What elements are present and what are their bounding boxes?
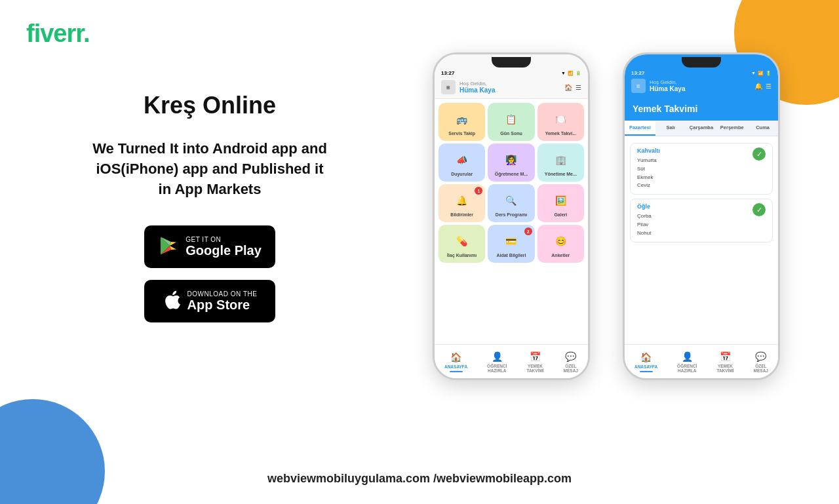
phone-mockup-2: 13:27 ▼📶🔋 ≡ Hoş Geldin, Hüma Kaya 🔔☰ Yem… (623, 52, 780, 380)
yonetime-icon: 🏢 (551, 151, 570, 169)
phone2-header-icons: 🔔☰ (754, 83, 771, 90)
tab-cuma[interactable]: Cuma (747, 121, 778, 136)
duyurular-icon: 📣 (453, 151, 471, 169)
grid-item-galeri[interactable]: 🖼️ Galeri (537, 184, 584, 222)
phone1-name: Hüma Kaya (459, 87, 495, 94)
tab-carsamba[interactable]: Çarşamba (686, 121, 717, 136)
phone1-app-grid: 🚌 Servis Takip 📋 Gün Sonu 🍽️ Yemek Takvi… (435, 99, 588, 267)
footer-url: webviewmobiluygulama.com /webviewmobilea… (267, 472, 572, 486)
calendar-icon-2: 📅 (720, 351, 732, 362)
google-play-icon (158, 235, 179, 259)
logo-text: fiverr. (26, 20, 90, 47)
tab-sali[interactable]: Salı (655, 121, 686, 136)
home-icon-2: 🏠 (640, 351, 652, 363)
ogle-items: ÇorbaPilavNohut (637, 212, 652, 237)
app-store-main-text: App Store (187, 298, 258, 312)
phone2-time: 13:27 (631, 70, 644, 76)
nav-ogrenci-1[interactable]: 👤 ÖĞRENCİHAZIRLA (487, 351, 507, 373)
galeri-icon: 🖼️ (551, 191, 570, 210)
ilac-icon: 💊 (453, 232, 471, 250)
grid-item-yonetime[interactable]: 🏢 Yönetime Me... (537, 144, 584, 182)
phone1-bottom-nav: 🏠 ANASAYFA 👤 ÖĞRENCİHAZIRLA 📅 YEMEKTAKVİ… (435, 344, 588, 378)
phone1-status-icons: ▼📶🔋 (561, 71, 581, 76)
nav-yemek-2[interactable]: 📅 YEMEKTAKVİMİ (716, 351, 733, 373)
meals-container: Kahvaltı YumurtaSütEkmekCeviz ✓ Öğle Çor… (625, 136, 778, 249)
kahvalti-title: Kahvaltı (637, 147, 660, 154)
day-tabs: Pazartesi Salı Çarşamba Perşembe Cuma (625, 121, 778, 136)
decorative-circle-blue (0, 399, 105, 504)
grid-item-bildirimler[interactable]: 1 🔔 Bildirimler (439, 184, 485, 222)
kahvalti-check: ✓ (752, 147, 766, 161)
student-icon-1: 👤 (491, 351, 503, 362)
ogle-title: Öğle (637, 203, 652, 210)
nav-anasayfa-2[interactable]: 🏠 ANASAYFA (634, 351, 657, 372)
nav-yemek-1[interactable]: 📅 YEMEKTAKVİMİ (526, 351, 543, 373)
home-icon-1: 🏠 (450, 351, 462, 363)
student-icon-2: 👤 (681, 351, 693, 362)
phone1-header: ≡ Hoş Geldin, Hüma Kaya 🏠☰ (435, 76, 588, 99)
grid-item-gun-sonu[interactable]: 📋 Gün Sonu (488, 103, 534, 141)
grid-item-ogretmene[interactable]: 👩‍🏫 Öğretmene M... (488, 144, 534, 182)
meal-ogle: Öğle ÇorbaPilavNohut ✓ (630, 199, 773, 242)
google-play-top-text: GET IT ON (185, 236, 262, 243)
grid-item-yemek[interactable]: 🍽️ Yemek Takvi... (537, 103, 584, 141)
ders-icon: 🔍 (502, 191, 520, 210)
aidat-badge: 2 (524, 227, 532, 235)
yemek-icon: 🍽️ (551, 110, 570, 128)
nav-mesaj-2[interactable]: 💬 ÖZELMESAJ (754, 351, 768, 373)
app-store-text: Download on the App Store (187, 290, 258, 312)
tab-persembe[interactable]: Perşembe (716, 121, 747, 136)
grid-item-anketler[interactable]: 😊 Anketler (537, 225, 584, 263)
fiverr-logo: fiverr. (26, 20, 90, 48)
phone-mockup-1: 13:27 ▼📶🔋 ≡ Hoş Geldin, Hüma Kaya 🏠☰ (433, 52, 590, 380)
apple-icon (163, 290, 181, 313)
app-description: We Turned It into Android app andiOS(iPh… (26, 139, 393, 199)
calendar-icon-1: 📅 (530, 351, 541, 362)
nav-ogrenci-2[interactable]: 👤 ÖĞRENCİHAZIRLA (677, 351, 697, 373)
app-store-button[interactable]: Download on the App Store (144, 280, 275, 322)
phone1-time: 13:27 (441, 70, 454, 76)
app-title: Kreş Online (26, 92, 393, 119)
grid-item-servis[interactable]: 🚌 Servis Takip (439, 103, 485, 141)
chat-icon-1: 💬 (565, 351, 577, 362)
servis-icon: 🚌 (453, 110, 471, 128)
phone2-bottom-nav: 🏠 ANASAYFA 👤 ÖĞRENCİHAZIRLA 📅 YEMEKTAKVİ… (625, 344, 778, 378)
aidat-icon: 💳 (502, 232, 520, 250)
app-store-top-text: Download on the (187, 290, 258, 298)
phone2-name: Hüma Kaya (650, 85, 685, 92)
phone2-greeting: Hoş Geldin, (650, 79, 685, 85)
google-play-text: GET IT ON Google Play (185, 236, 262, 258)
google-play-button[interactable]: GET IT ON Google Play (144, 225, 275, 268)
kahvalti-items: YumurtaSütEkmekCeviz (637, 157, 660, 190)
grid-item-duyurular[interactable]: 📣 Duyurular (439, 144, 485, 182)
tab-pazartesi[interactable]: Pazartesi (625, 121, 655, 136)
store-buttons: GET IT ON Google Play Download on the Ap… (26, 225, 393, 322)
yemek-takvimi-title: Yemek Takvimi (625, 97, 778, 121)
anketler-icon: 😊 (551, 232, 570, 250)
left-content: Kreş Online We Turned It into Android ap… (26, 92, 393, 322)
meal-kahvalti: Kahvaltı YumurtaSütEkmekCeviz ✓ (630, 143, 773, 195)
ogretmene-icon: 👩‍🏫 (502, 151, 520, 169)
bildirimler-badge: 1 (475, 187, 482, 195)
phone2-status-icons: ▼📶🔋 (751, 71, 771, 76)
grid-item-ilac[interactable]: 💊 İlaç Kullanımı (439, 225, 485, 263)
phones-area: 13:27 ▼📶🔋 ≡ Hoş Geldin, Hüma Kaya 🏠☰ (420, 33, 826, 452)
ogle-check: ✓ (752, 203, 766, 216)
grid-item-ders[interactable]: 🔍 Ders Programı (488, 184, 534, 222)
chat-icon-2: 💬 (755, 351, 767, 362)
gun-sonu-icon: 📋 (502, 110, 520, 128)
nav-mesaj-1[interactable]: 💬 ÖZELMESAJ (564, 351, 578, 373)
phone1-greeting: Hoş Geldin, (459, 81, 495, 87)
google-play-main-text: Google Play (185, 243, 262, 258)
grid-item-aidat[interactable]: 2 💳 Aidat Bilgileri (488, 225, 534, 263)
bildirimler-icon: 🔔 (453, 191, 471, 210)
phone1-header-icons: 🏠☰ (564, 84, 581, 91)
nav-anasayfa-1[interactable]: 🏠 ANASAYFA (444, 351, 467, 372)
